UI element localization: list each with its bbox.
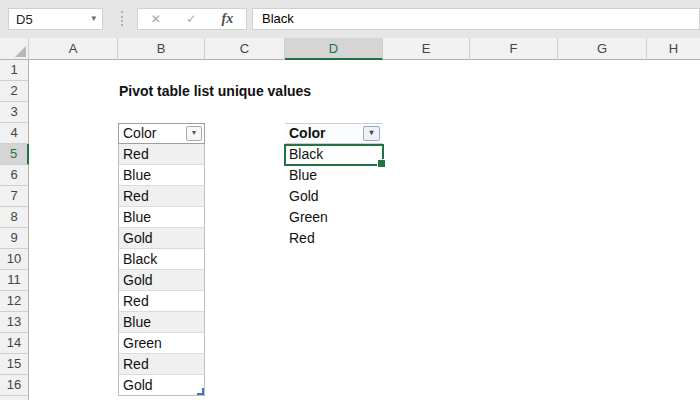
column-header-b[interactable]: B bbox=[118, 38, 205, 60]
column-header-f[interactable]: F bbox=[470, 38, 558, 60]
column-header-g[interactable]: G bbox=[558, 38, 647, 60]
filter-dropdown-icon: ▾ bbox=[369, 128, 373, 137]
column-header-h[interactable]: H bbox=[647, 38, 700, 60]
pivot-header-label: Color bbox=[289, 125, 326, 141]
row-header-12[interactable]: 12 bbox=[0, 291, 29, 312]
pivot-table: Color ▾ Black Blue Gold Green Red bbox=[285, 123, 383, 249]
source-table: Color ▾ Red Blue Red Blue Gold Black Gol… bbox=[118, 123, 205, 396]
pivot-row[interactable]: Green bbox=[285, 207, 383, 228]
row-header-9[interactable]: 9 bbox=[0, 228, 29, 249]
table-row[interactable]: Red bbox=[118, 291, 205, 312]
source-table-header-label: Color bbox=[123, 125, 156, 141]
column-header-e[interactable]: E bbox=[383, 38, 470, 60]
formula-bar-strip: D5 ▾ ✕ ✓ fx Black bbox=[0, 0, 700, 38]
fill-handle[interactable] bbox=[377, 159, 386, 168]
row-header-8[interactable]: 8 bbox=[0, 207, 29, 228]
table-row[interactable]: Black bbox=[118, 249, 205, 270]
row-header-5[interactable]: 5 bbox=[0, 144, 29, 165]
chevron-down-icon[interactable]: ▾ bbox=[91, 13, 96, 23]
worksheet-title: Pivot table list unique values bbox=[119, 81, 311, 102]
row-header-10[interactable]: 10 bbox=[0, 249, 29, 270]
pivot-row[interactable]: Gold bbox=[285, 186, 383, 207]
insert-function-icon[interactable]: fx bbox=[222, 11, 234, 27]
table-row[interactable]: Blue bbox=[118, 165, 205, 186]
select-all-triangle-icon bbox=[15, 46, 26, 57]
row-header-4[interactable]: 4 bbox=[0, 123, 29, 144]
table-row[interactable]: Gold bbox=[118, 270, 205, 291]
table-row[interactable]: Red bbox=[118, 144, 205, 165]
table-row[interactable]: Gold bbox=[118, 228, 205, 249]
name-box[interactable]: D5 ▾ bbox=[8, 8, 103, 30]
row-header-15[interactable]: 15 bbox=[0, 354, 29, 375]
column-header-d[interactable]: D bbox=[285, 38, 383, 60]
row-header-7[interactable]: 7 bbox=[0, 186, 29, 207]
row-header-14[interactable]: 14 bbox=[0, 333, 29, 354]
cancel-icon[interactable]: ✕ bbox=[151, 12, 161, 26]
pivot-header-cell[interactable]: Color ▾ bbox=[285, 123, 383, 144]
row-header-13[interactable]: 13 bbox=[0, 312, 29, 333]
row-header-3[interactable]: 3 bbox=[0, 102, 29, 123]
select-all-corner[interactable] bbox=[0, 38, 29, 60]
row-headers: 1 2 3 4 5 6 7 8 9 10 11 12 13 14 15 16 bbox=[0, 60, 29, 400]
row-header-11[interactable]: 11 bbox=[0, 270, 29, 291]
column-header-a[interactable]: A bbox=[29, 38, 118, 60]
table-resize-handle[interactable] bbox=[197, 388, 204, 395]
pivot-filter-button[interactable]: ▾ bbox=[363, 126, 380, 141]
name-box-value: D5 bbox=[16, 12, 33, 27]
table-row[interactable]: Gold bbox=[118, 375, 205, 396]
source-table-header-cell[interactable]: Color ▾ bbox=[118, 123, 205, 144]
table-row[interactable]: Blue bbox=[118, 207, 205, 228]
row-header-filler bbox=[0, 396, 29, 400]
table-row[interactable]: Red bbox=[118, 354, 205, 375]
table-row[interactable]: Green bbox=[118, 333, 205, 354]
source-table-filter-button[interactable]: ▾ bbox=[186, 126, 202, 141]
row-header-16[interactable]: 16 bbox=[0, 375, 29, 396]
column-headers: A B C D E F G H bbox=[0, 38, 700, 60]
formula-bar-divider-dots bbox=[121, 11, 123, 26]
row-header-2[interactable]: 2 bbox=[0, 81, 29, 102]
enter-check-icon[interactable]: ✓ bbox=[186, 12, 196, 26]
formula-buttons-group: ✕ ✓ fx bbox=[137, 8, 247, 30]
formula-bar-input[interactable]: Black bbox=[252, 8, 700, 30]
pivot-row[interactable]: Blue bbox=[285, 165, 383, 186]
filter-dropdown-icon: ▾ bbox=[192, 128, 196, 137]
selection-border bbox=[284, 144, 384, 166]
row-header-1[interactable]: 1 bbox=[0, 60, 29, 81]
table-row[interactable]: Red bbox=[118, 186, 205, 207]
pivot-row[interactable]: Red bbox=[285, 228, 383, 249]
table-row[interactable]: Blue bbox=[118, 312, 205, 333]
column-header-c[interactable]: C bbox=[205, 38, 285, 60]
row-header-6[interactable]: 6 bbox=[0, 165, 29, 186]
